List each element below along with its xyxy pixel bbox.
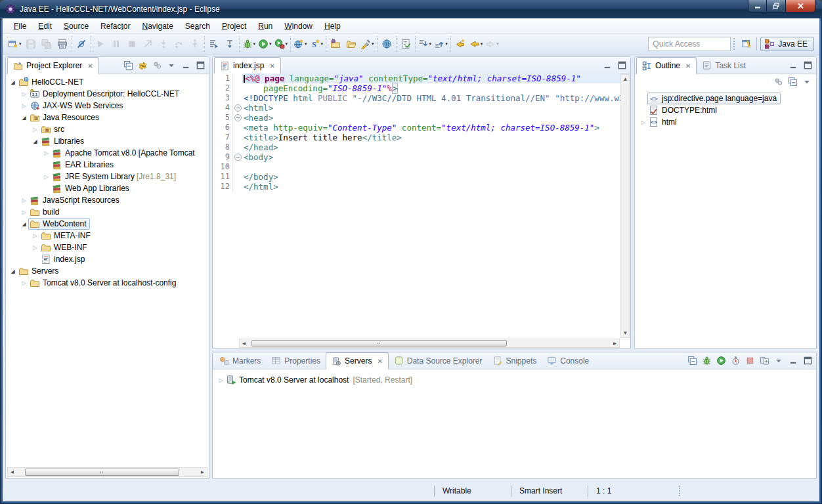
tree-item-src[interactable]: ▷src [6, 123, 209, 135]
code-line-3[interactable]: 3<!DOCTYPE html PUBLIC "-//W3C//DTD HTML… [213, 93, 620, 103]
toolbar-drag-handle[interactable] [733, 38, 737, 50]
dropdown-arrow-icon[interactable]: ▾ [496, 41, 499, 47]
tree-item-servers[interactable]: ◢Servers [6, 265, 209, 277]
stop-server-icon[interactable] [745, 356, 755, 366]
tree-collapse-arrow-icon[interactable]: ◢ [9, 79, 17, 85]
menu-edit[interactable]: Edit [32, 20, 58, 33]
mark-occurrences-button[interactable] [222, 36, 238, 52]
dropdown-arrow-icon[interactable]: ▾ [481, 41, 483, 47]
menu-run[interactable]: Run [252, 20, 278, 33]
restore-button[interactable] [767, 0, 785, 12]
debug-button[interactable]: ▾ [241, 36, 257, 52]
import-wizard-button[interactable] [328, 36, 343, 52]
code-line-12[interactable]: 12</html> [213, 182, 620, 192]
menu-help[interactable]: Help [318, 20, 347, 33]
dropdown-arrow-icon[interactable]: ▾ [19, 41, 22, 47]
minimize-button[interactable] [748, 0, 767, 12]
code-line-10[interactable]: 10 [213, 162, 620, 172]
code-line-9[interactable]: 9<body> [213, 152, 620, 162]
code-line-6[interactable]: 6<meta http-equiv="Content-Type" content… [213, 123, 620, 133]
tree-expand-arrow-icon[interactable]: ▷ [20, 280, 28, 286]
export-wizard-button[interactable] [343, 36, 359, 52]
previous-annotation-button[interactable]: ▾ [433, 36, 449, 52]
quick-access-input[interactable] [648, 37, 731, 51]
view-menu-icon[interactable] [167, 60, 177, 70]
tree-expand-arrow-icon[interactable]: ▷ [20, 198, 28, 203]
dropdown-arrow-icon[interactable]: ▾ [253, 41, 256, 47]
open-perspective-button[interactable] [741, 39, 752, 49]
tree-item-web-inf[interactable]: ▷WEB-INF [6, 242, 209, 253]
outline-item-doctype-html[interactable]: DOCTYPE:html [635, 104, 816, 116]
outline-expand-arrow-icon[interactable]: ▷ [639, 119, 647, 125]
web-browser-button[interactable] [379, 36, 395, 52]
tab-servers[interactable]: Servers✕ [326, 352, 389, 369]
close-button[interactable] [785, 0, 815, 12]
expand-arrow-icon[interactable]: ▷ [217, 377, 225, 383]
minimize-view-icon[interactable] [789, 60, 798, 70]
search-button[interactable]: ▾ [359, 36, 376, 52]
dropdown-arrow-icon[interactable]: ▾ [305, 41, 307, 47]
code-line-2[interactable]: 2 pageEncoding="ISO-8859-1"%> [213, 83, 620, 93]
save-all-button[interactable] [39, 36, 54, 52]
statusbar-drag-handle[interactable] [679, 486, 683, 496]
tree-collapse-arrow-icon[interactable]: ◢ [20, 221, 28, 227]
new-web-service-button[interactable]: ▾ [292, 36, 309, 52]
tree-item-tomcat-v8-0-server-at-localhost-config[interactable]: ▷Tomcat v8.0 Server at localhost-config [6, 277, 209, 289]
dropdown-arrow-icon[interactable]: ▾ [372, 41, 374, 47]
tree-expand-arrow-icon[interactable]: ▷ [42, 174, 51, 180]
tree-expand-arrow-icon[interactable]: ▷ [20, 103, 28, 109]
terminate-button[interactable] [124, 36, 140, 52]
outline-item-jsp-directive-page-language-java[interactable]: <>jsp:directive.page language=java [635, 93, 816, 104]
maximize-view-icon[interactable] [617, 60, 627, 70]
tab-markers[interactable]: Markers [214, 352, 266, 369]
step-over-button[interactable] [171, 36, 187, 52]
step-into-button[interactable] [156, 36, 171, 52]
disconnect-button[interactable] [140, 36, 156, 52]
resume-button[interactable] [93, 36, 108, 52]
dropdown-arrow-icon[interactable]: ▾ [429, 41, 432, 47]
tab-index-jsp[interactable]: index.jsp ✕ [214, 57, 281, 74]
dropdown-arrow-icon[interactable]: ▾ [286, 41, 288, 47]
close-tab-icon[interactable]: ✕ [269, 62, 274, 70]
fold-collapse-icon[interactable] [234, 114, 242, 121]
tree-collapse-arrow-icon[interactable]: ◢ [9, 268, 17, 274]
menu-navigate[interactable]: Navigate [136, 20, 179, 33]
publish-server-icon[interactable] [760, 356, 769, 366]
tree-item-ear-libraries[interactable]: EAR Libraries [6, 159, 209, 171]
collapse-all-icon[interactable] [788, 77, 798, 87]
menu-search[interactable]: Search [179, 20, 216, 33]
close-tab-icon[interactable]: ✕ [685, 62, 691, 70]
tree-item-web-app-libraries[interactable]: Web App Libraries [6, 182, 209, 194]
tree-item-jre-system-library[interactable]: ▷JRE System Library[Jre1.8_31] [6, 171, 209, 182]
tree-item-webcontent[interactable]: ◢WebContent [6, 218, 209, 230]
print-button[interactable] [54, 36, 70, 52]
tree-expand-arrow-icon[interactable]: ▷ [31, 127, 39, 133]
outline-item-html[interactable]: ▷<>html [635, 116, 816, 128]
focus-active-task-icon[interactable] [152, 60, 162, 70]
dropdown-arrow-icon[interactable]: ▾ [321, 41, 324, 47]
editor-content[interactable]: 1<%@ page language="java" contentType="t… [213, 74, 620, 339]
code-line-5[interactable]: 5<head> [213, 113, 620, 123]
server-row[interactable]: ▷ Tomcat v8.0 Server at localhost [Start… [213, 373, 816, 387]
perspective-javaee-button[interactable]: Java EE [760, 37, 814, 51]
back-button[interactable]: ▾ [468, 36, 485, 52]
dropdown-arrow-icon[interactable]: ▾ [445, 41, 448, 47]
tree-item-jax-ws-web-services[interactable]: ▷JAX-WS Web Services [6, 100, 209, 112]
close-tab-icon[interactable]: ✕ [87, 62, 93, 70]
forward-button[interactable]: ▾ [484, 36, 500, 52]
last-edit-location-button[interactable] [452, 36, 468, 52]
web-service-explorer-button[interactable]: S▾ [309, 36, 325, 52]
tab-outline[interactable]: Outline✕ [636, 57, 697, 74]
tree-collapse-arrow-icon[interactable]: ◢ [20, 115, 28, 121]
tree-item-apache-tomcat-v8-0-apache-tomcat[interactable]: ▷Apache Tomcat v8.0 [Apache Tomcat [6, 147, 209, 159]
focus-active-task-icon[interactable] [773, 77, 783, 87]
skip-breakpoints-button[interactable] [74, 36, 89, 52]
view-menu-icon[interactable] [802, 77, 812, 87]
maximize-view-icon[interactable] [803, 60, 813, 70]
code-line-8[interactable]: 8</head> [213, 142, 620, 152]
tree-item-deployment-descriptor-helloccl-net[interactable]: ▷3.1Deployment Descriptor: HelloCCL-NET [6, 88, 209, 100]
save-button[interactable] [23, 36, 39, 52]
minimize-view-icon[interactable] [603, 60, 613, 70]
start-server-icon[interactable] [716, 356, 726, 366]
external-tools-button[interactable]: ▾ [273, 36, 290, 52]
